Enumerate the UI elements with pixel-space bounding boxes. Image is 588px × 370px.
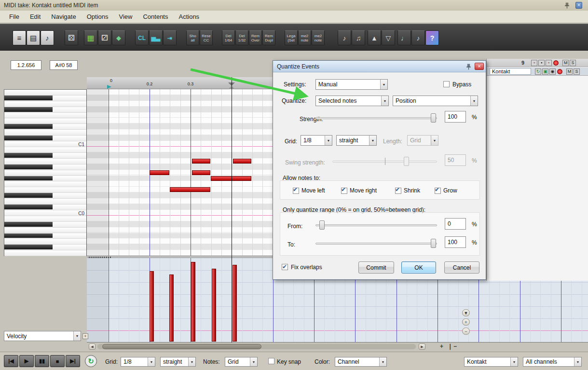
shift-right-icon[interactable]: ⇥ [163,30,177,45]
piano-key-black[interactable] [4,136,53,140]
piano-key[interactable] [4,233,86,239]
piano-key[interactable] [4,228,86,233]
stop-button[interactable]: ■ [50,355,65,367]
slider-thumb[interactable] [431,239,436,248]
track-name-field[interactable]: Kontakt [490,68,531,75]
dice-select-icon[interactable]: ◆ [112,30,125,45]
strength-field[interactable]: 100 [445,111,466,123]
help-icon[interactable]: ? [425,30,439,45]
grid-size-dropdown[interactable]: 1/8▼ [121,357,155,367]
solo-button[interactable]: S [574,69,580,75]
piano-key-black[interactable] [4,233,53,238]
piano-key[interactable] [4,101,86,107]
piano-key[interactable] [4,205,86,210]
dock-button[interactable]: × [575,2,582,9]
midi-note[interactable] [150,170,169,175]
piano-key[interactable] [4,164,86,170]
ok-button[interactable]: OK [401,261,436,274]
quantize-what-dropdown[interactable]: Selected notes▼ [315,96,389,106]
close-icon[interactable]: × [475,63,484,70]
menu-actions[interactable]: Actions [173,11,205,23]
slider-thumb[interactable] [431,113,436,123]
folder-icon[interactable]: ▫ [531,60,537,66]
scroll-down-button[interactable]: ▼ [462,309,470,316]
grid-size-dropdown[interactable]: 1/8▼ [301,135,332,146]
midi-note[interactable] [170,187,210,192]
channel-filter-dropdown[interactable]: All channels▼ [523,357,582,367]
note-position-box[interactable]: A#0 58 [50,60,78,70]
piano-key[interactable] [4,193,86,199]
time-position-box[interactable]: 1.2.656 [11,60,41,70]
allow-move-right-option[interactable]: Move right [341,187,377,194]
piano-key[interactable] [4,130,86,136]
piano-key[interactable] [4,170,86,176]
recycle-icon[interactable]: ↻ [535,69,541,75]
notes-length-dropdown[interactable]: Grid▼ [225,357,258,367]
record-arm-icon[interactable] [557,69,562,74]
velocity-bar[interactable] [150,271,154,342]
strength-slider[interactable] [315,113,437,123]
mute-button[interactable]: M [562,60,569,66]
piano-key[interactable] [4,107,86,113]
to-slider[interactable] [315,238,437,249]
settings-dropdown[interactable]: Manual▼ [315,79,388,90]
allow-grow-option[interactable]: Grow [435,187,457,194]
piano-key[interactable] [4,113,86,119]
grid-shape-dropdown[interactable]: straight▼ [160,357,196,367]
piano-key[interactable] [4,176,86,182]
zoom-in-vertical-button[interactable]: + [462,318,470,326]
piano-key[interactable] [4,181,86,187]
track-row-kontakt[interactable]: Kontakt ↻ ▣ ◉ M S [487,68,588,76]
piano-key[interactable] [4,187,86,193]
piano-key[interactable] [4,210,86,216]
menu-options[interactable]: Options [82,11,114,23]
quantize-note-right-icon[interactable]: ♪ [338,30,351,45]
velocity-bar[interactable] [232,265,237,342]
piano-key-black[interactable] [4,176,53,181]
transpose-down-icon[interactable]: ▽ [382,30,395,45]
zoom-out-horizontal-button[interactable]: − [453,343,457,350]
zoom-in-horizontal-button[interactable]: + [440,343,443,350]
repeat-button[interactable]: ↻ [85,355,97,367]
piano-keys-icon[interactable]: ▤ [27,30,40,45]
velocity-bar[interactable] [212,269,216,342]
from-field[interactable]: 0 [445,218,466,230]
from-slider[interactable] [315,220,437,231]
piano-key[interactable] [4,199,86,205]
piano-key-black[interactable] [4,205,53,209]
toolbar-action-me2note[interactable]: me2note [312,30,325,45]
fx-icon[interactable]: ▫ [546,60,552,66]
checkbox-checked[interactable] [435,188,441,194]
lane-selector-dropdown[interactable]: Velocity ▼ [4,331,81,341]
toolbar-action-resecc[interactable]: ReseCC [200,30,213,45]
piano-key[interactable] [4,159,86,164]
zoom-out-vertical-button[interactable]: − [462,328,470,335]
midi-note[interactable] [233,159,251,164]
monitor-icon[interactable]: ▣ [542,69,548,75]
instrument-dropdown[interactable]: Kontakt▼ [464,357,518,367]
menu-edit[interactable]: Edit [25,11,46,23]
toolbar-action-del164[interactable]: Del1/64 [222,30,235,45]
midi-note[interactable] [192,170,210,175]
checkbox-checked[interactable] [341,188,347,194]
key-snap-checkbox[interactable] [268,358,274,364]
solo-button[interactable]: S [570,60,576,66]
toolbar-action-del132[interactable]: Del1/32 [235,30,248,45]
quantize-note-left-icon[interactable]: ♫ [352,30,365,45]
pin-icon[interactable] [466,63,471,72]
piano-key[interactable] [4,239,86,245]
color-mode-dropdown[interactable]: Channel▼ [335,357,387,367]
note-down-icon[interactable]: ♪ [411,30,425,45]
lock-icon[interactable]: ▪ [538,60,545,66]
random-dice-icon[interactable]: ⚄ [65,30,78,45]
piano-key[interactable] [4,90,86,96]
scrollbar-thumb[interactable] [102,344,261,349]
bypass-checkbox[interactable] [443,81,450,87]
fix-overlaps-checkbox[interactable] [282,264,288,270]
scroll-right-arrow[interactable]: ▶ [419,343,425,350]
toolbar-action-shoall[interactable]: Shoall [186,30,199,45]
velocity-bar[interactable] [169,274,174,342]
piano-key-black[interactable] [4,222,53,227]
velocity-bar[interactable] [191,262,195,342]
grid-shape-dropdown[interactable]: straight▼ [336,135,377,146]
